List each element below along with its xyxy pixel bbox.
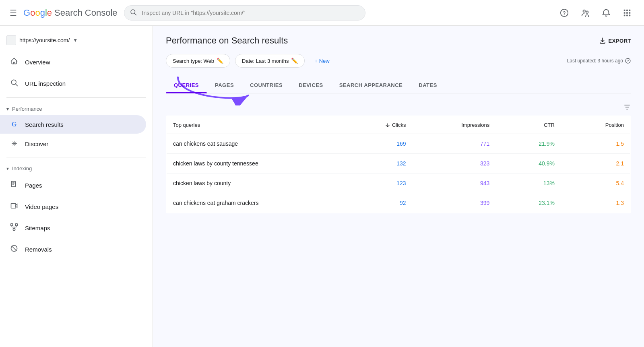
col-header-impressions: Impressions [413, 116, 496, 134]
url-inspect-input[interactable] [124, 5, 365, 21]
cell-position-3: 1.3 [561, 193, 631, 213]
table-row[interactable]: chicken laws by county tennessee 132 323… [166, 154, 631, 174]
filter-bar: Search type: Web ✏️ Date: Last 3 months … [166, 54, 631, 68]
date-label: Date: Last 3 months [242, 58, 289, 64]
site-url: https://yoursite.com/ [19, 37, 70, 43]
page-header: Performance on Search results EXPORT [166, 35, 631, 46]
svg-rect-6 [624, 9, 625, 11]
col-header-clicks[interactable]: Clicks [343, 116, 413, 134]
date-filter[interactable]: Date: Last 3 months ✏️ [235, 54, 305, 68]
search-sidebar-icon [10, 78, 19, 89]
pages-icon [10, 180, 19, 190]
apps-icon[interactable] [620, 6, 634, 20]
table-section: Top queries Clicks Impressions [166, 100, 631, 213]
search-type-label: Search type: Web [173, 58, 214, 64]
svg-line-1 [134, 13, 136, 15]
performance-section-header[interactable]: ▾ Performance [0, 101, 153, 115]
sidebar-item-sitemaps[interactable]: Sitemaps [0, 217, 146, 239]
tabs-container: QUERIES PAGES COUNTRIES DEVICES SEARCH A… [166, 77, 631, 93]
main-content: Performance on Search results EXPORT Sea… [153, 26, 644, 347]
notifications-icon[interactable] [599, 6, 613, 20]
col-header-ctr: CTR [496, 116, 561, 134]
sidebar-item-overview[interactable]: Overview [0, 52, 146, 73]
app-name: Search Console [54, 8, 118, 18]
new-filter-button[interactable]: + New [310, 55, 334, 67]
sidebar-item-removals[interactable]: Removals [0, 239, 146, 260]
search-type-filter[interactable]: Search type: Web ✏️ [166, 54, 230, 68]
sidebar-divider-2 [6, 157, 146, 157]
cell-impressions-0: 771 [413, 134, 496, 154]
cell-clicks-0: 169 [343, 134, 413, 154]
export-button[interactable]: EXPORT [599, 37, 631, 44]
svg-rect-17 [11, 182, 15, 187]
sidebar-item-discover[interactable]: ✳ Discover [0, 134, 146, 154]
sidebar-removals-label: Removals [25, 246, 52, 253]
performance-section-label: Performance [12, 106, 42, 112]
sidebar-url-inspection-label: URL inspection [25, 80, 66, 87]
cell-impressions-3: 399 [413, 193, 496, 213]
cell-position-1: 2.1 [561, 154, 631, 174]
cell-ctr-3: 23.1% [496, 193, 561, 213]
user-management-icon[interactable] [578, 6, 592, 20]
svg-rect-22 [11, 224, 13, 226]
cell-impressions-2: 943 [413, 174, 496, 193]
tab-devices[interactable]: DEVICES [291, 77, 331, 93]
cell-clicks-1: 132 [343, 154, 413, 174]
tab-pages[interactable]: PAGES [207, 77, 242, 93]
tab-dates[interactable]: DATES [411, 77, 445, 93]
svg-rect-13 [626, 14, 628, 16]
cell-ctr-0: 21.9% [496, 134, 561, 154]
table-row[interactable]: can chickens eat graham crackers 92 399 … [166, 193, 631, 213]
help-icon[interactable]: ? [557, 6, 572, 20]
svg-rect-10 [626, 12, 628, 14]
tab-countries[interactable]: COUNTRIES [242, 77, 291, 93]
indexing-collapse-icon: ▾ [6, 166, 9, 171]
svg-text:?: ? [563, 10, 566, 16]
tab-queries[interactable]: QUERIES [166, 77, 207, 93]
svg-rect-24 [13, 228, 15, 230]
menu-icon[interactable]: ☰ [10, 8, 17, 18]
table-filter-icon[interactable] [623, 103, 631, 112]
cell-position-2: 5.4 [561, 174, 631, 193]
url-search-bar [124, 5, 365, 21]
google-g-icon: G [10, 121, 19, 128]
sidebar-item-search-results[interactable]: G Search results [0, 115, 146, 134]
cell-query-2: chicken laws by county [166, 174, 343, 193]
top-header: ☰ Google Search Console ? [0, 0, 644, 26]
cell-impressions-1: 323 [413, 154, 496, 174]
last-updated-text: Last updated: 3 hours ago [567, 58, 623, 64]
col-header-query: Top queries [166, 116, 343, 134]
sidebar: https://yoursite.com/ ▼ Overview URL ins… [0, 26, 153, 347]
discover-icon: ✳ [10, 139, 19, 148]
svg-rect-21 [11, 203, 16, 208]
edit-search-type-icon: ✏️ [217, 58, 223, 64]
sidebar-pages-label: Pages [25, 182, 42, 189]
sidebar-search-results-label: Search results [25, 121, 64, 128]
svg-rect-8 [629, 9, 631, 11]
export-label: EXPORT [609, 38, 631, 44]
svg-rect-23 [15, 224, 17, 226]
svg-rect-14 [629, 14, 631, 16]
tab-search-appearance[interactable]: SEARCH APPEARANCE [331, 77, 411, 93]
svg-text:?: ? [627, 59, 629, 63]
svg-line-30 [12, 246, 17, 251]
cell-position-0: 1.5 [561, 134, 631, 154]
cell-ctr-2: 13% [496, 174, 561, 193]
sidebar-item-video-pages[interactable]: Video pages [0, 196, 146, 217]
site-selector[interactable]: https://yoursite.com/ ▼ [0, 32, 153, 52]
removals-icon [10, 244, 19, 254]
sidebar-item-pages[interactable]: Pages [0, 175, 146, 196]
sidebar-item-url-inspection[interactable]: URL inspection [0, 73, 146, 94]
video-pages-icon [10, 202, 19, 212]
site-dropdown-arrow: ▼ [73, 37, 78, 43]
performance-collapse-icon: ▾ [6, 106, 9, 112]
edit-date-icon: ✏️ [291, 58, 298, 64]
indexing-section-header[interactable]: ▾ Indexing [0, 161, 153, 175]
table-row[interactable]: chicken laws by county 123 943 13% 5.4 [166, 174, 631, 193]
table-row[interactable]: can chickens eat sausage 169 771 21.9% 1… [166, 134, 631, 154]
sitemaps-icon [10, 223, 19, 233]
site-favicon [6, 35, 16, 45]
indexing-section-label: Indexing [12, 165, 32, 171]
new-filter-label: + New [314, 58, 329, 64]
col-header-position: Position [561, 116, 631, 134]
